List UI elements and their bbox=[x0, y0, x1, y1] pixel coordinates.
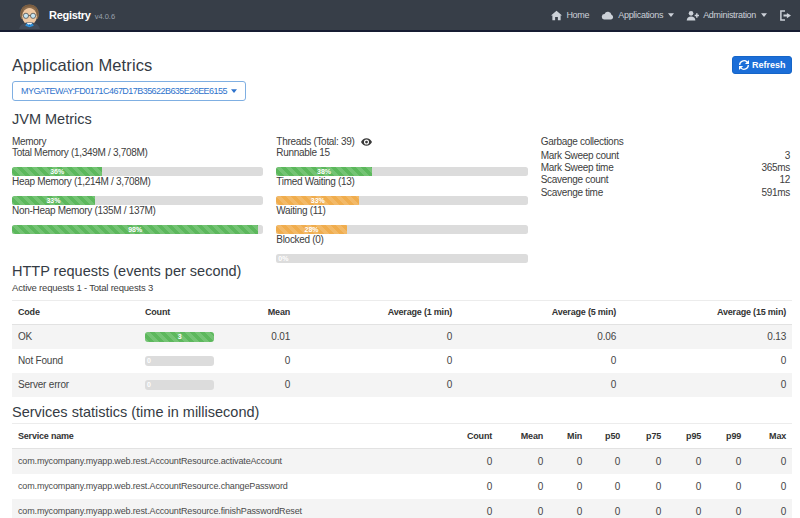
svc-cell-value: 0 bbox=[549, 499, 588, 518]
nav-item-applications[interactable]: Applications bbox=[601, 10, 674, 21]
http-cell-avg1: 0 bbox=[296, 349, 458, 373]
svc-cell-value: 0 bbox=[498, 474, 549, 499]
home-icon bbox=[551, 10, 562, 21]
svc-cell-value: 0 bbox=[449, 474, 498, 499]
svc-col-max: Max bbox=[747, 424, 792, 449]
service-row: com.mycompany.myapp.web.rest.AccountReso… bbox=[12, 474, 792, 499]
http-cell-avg15: 0 bbox=[622, 349, 792, 373]
instance-selector-dropdown[interactable]: MYGATEWAY:FD0171C467D17B35622B635E26EE61… bbox=[12, 81, 246, 101]
http-cell-avg1: 0 bbox=[296, 325, 458, 349]
http-cell-mean: 0 bbox=[221, 349, 296, 373]
svc-cell-name: com.mycompany.myapp.web.rest.AccountReso… bbox=[12, 474, 449, 499]
svc-cell-value: 0 bbox=[588, 499, 626, 518]
refresh-button[interactable]: Refresh bbox=[732, 56, 792, 74]
gc-row: Mark Sweep count 3 bbox=[541, 150, 790, 162]
svc-cell-value: 0 bbox=[626, 499, 667, 518]
gc-row-label: Mark Sweep count bbox=[541, 150, 619, 162]
nav-item-label: Home bbox=[566, 10, 589, 20]
gc-row-label: Scavenge count bbox=[541, 174, 609, 186]
services-table: Service name Count Mean Min p50 p75 p95 … bbox=[12, 423, 792, 518]
http-cell-code: Not Found bbox=[12, 349, 139, 373]
gc-row-value: 3 bbox=[785, 150, 790, 162]
http-col-avg1: Average (1 min) bbox=[296, 301, 458, 325]
gc-row: Scavenge count 12 bbox=[541, 174, 790, 186]
svc-cell-value: 0 bbox=[498, 449, 549, 474]
http-col-avg5: Average (5 min) bbox=[458, 301, 622, 325]
http-requests-subtitle: Active requests 1 - Total requests 3 bbox=[12, 282, 792, 294]
non-heap-memory-progress-bar: 98% bbox=[12, 225, 263, 234]
metric-label: Total Memory (1,349M / 3,708M) bbox=[12, 147, 263, 159]
svc-col-min: Min bbox=[549, 424, 588, 449]
brand[interactable]: Registry v4.0.6 bbox=[17, 2, 115, 29]
page-title: Application Metrics bbox=[12, 55, 152, 75]
http-cell-code: Server error bbox=[12, 373, 139, 397]
user-plus-icon bbox=[686, 10, 699, 21]
cloud-icon bbox=[601, 10, 614, 21]
svc-cell-value: 0 bbox=[626, 449, 667, 474]
eye-icon[interactable] bbox=[361, 138, 372, 146]
nav-item-logout[interactable] bbox=[779, 10, 795, 21]
svc-cell-value: 0 bbox=[747, 499, 792, 518]
http-col-mean: Mean bbox=[221, 301, 296, 325]
http-cell-mean: 0.01 bbox=[221, 325, 296, 349]
svc-cell-value: 0 bbox=[707, 474, 747, 499]
svc-cell-value: 0 bbox=[667, 499, 707, 518]
total-memory-progress-bar: 36% bbox=[12, 167, 263, 176]
http-row-server-error: Server error 0 0 0 0 0 bbox=[12, 373, 792, 397]
metric-label: Runnable 15 bbox=[276, 147, 527, 159]
svc-col-p95: p95 bbox=[667, 424, 707, 449]
http-col-avg15: Average (15 min) bbox=[622, 301, 792, 325]
svc-cell-name: com.mycompany.myapp.web.rest.AccountReso… bbox=[12, 499, 449, 518]
nav-item-administration[interactable]: Administration bbox=[686, 10, 767, 21]
http-col-count: Count bbox=[139, 301, 221, 325]
refresh-icon bbox=[739, 60, 749, 70]
svc-col-p50: p50 bbox=[588, 424, 626, 449]
navbar: Registry v4.0.6 Home Applications Admini… bbox=[0, 0, 800, 32]
memory-title: Memory bbox=[12, 136, 263, 148]
http-cell-code: OK bbox=[12, 325, 139, 349]
blocked-progress-bar: 0% bbox=[276, 254, 527, 263]
metric-label: Waiting (11) bbox=[276, 205, 527, 217]
service-row: com.mycompany.myapp.web.rest.AccountReso… bbox=[12, 499, 792, 518]
metric-label: Heap Memory (1,214M / 3,708M) bbox=[12, 176, 263, 188]
sign-out-icon bbox=[779, 10, 791, 21]
http-cell-avg15: 0.13 bbox=[622, 325, 792, 349]
http-cell-avg1: 0 bbox=[296, 373, 458, 397]
jvm-metrics-title: JVM Metrics bbox=[12, 111, 792, 128]
svc-cell-value: 0 bbox=[588, 474, 626, 499]
svc-cell-value: 0 bbox=[707, 449, 747, 474]
svc-cell-value: 0 bbox=[667, 474, 707, 499]
count-bar: 0 bbox=[145, 380, 214, 390]
http-requests-table: Code Count Mean Average (1 min) Average … bbox=[12, 300, 792, 397]
metric-label: Non-Heap Memory (135M / 137M) bbox=[12, 205, 263, 217]
service-row: com.mycompany.myapp.web.rest.AccountReso… bbox=[12, 449, 792, 474]
threads-title-label: Threads (Total: 39) bbox=[276, 136, 354, 148]
svc-cell-value: 0 bbox=[667, 449, 707, 474]
gc-row-value: 591ms bbox=[761, 187, 790, 199]
http-row-not-found: Not Found 0 0 0 0 0 bbox=[12, 349, 792, 373]
http-cell-avg5: 0 bbox=[458, 373, 622, 397]
count-bar: 3 bbox=[145, 332, 214, 342]
runnable-progress-bar: 38% bbox=[276, 167, 527, 176]
svc-cell-value: 0 bbox=[549, 474, 588, 499]
http-cell-avg5: 0 bbox=[458, 349, 622, 373]
timed-waiting-progress-bar: 33% bbox=[276, 196, 527, 205]
waiting-progress-bar: 28% bbox=[276, 225, 527, 234]
http-cell-avg5: 0.06 bbox=[458, 325, 622, 349]
svc-col-count: Count bbox=[449, 424, 498, 449]
svc-cell-value: 0 bbox=[747, 474, 792, 499]
instance-selector-label: MYGATEWAY:FD0171C467D17B35622B635E26EE61… bbox=[21, 86, 227, 96]
svc-col-name: Service name bbox=[12, 424, 449, 449]
gc-column: Garbage collections Mark Sweep count 3 M… bbox=[541, 136, 792, 264]
svc-col-p99: p99 bbox=[707, 424, 747, 449]
svc-cell-value: 0 bbox=[707, 499, 747, 518]
http-col-code: Code bbox=[12, 301, 139, 325]
caret-down-icon bbox=[668, 13, 674, 17]
caret-down-icon bbox=[231, 89, 237, 93]
gc-title: Garbage collections bbox=[541, 136, 792, 148]
metric-label: Blocked (0) bbox=[276, 234, 527, 246]
svc-cell-value: 0 bbox=[747, 449, 792, 474]
nav-item-home[interactable]: Home bbox=[551, 10, 589, 21]
gc-row: Mark Sweep time 365ms bbox=[541, 162, 790, 174]
services-statistics-title: Services statistics (time in millisecond… bbox=[12, 404, 792, 421]
